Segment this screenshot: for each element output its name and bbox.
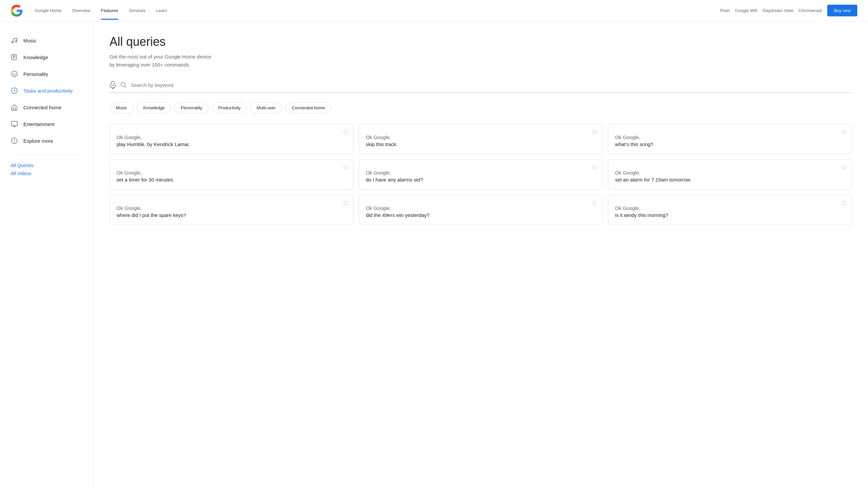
query-card[interactable]: Ok Google,skip this track. bbox=[359, 124, 603, 154]
sidebar-label-tasks: Tasks and productivity bbox=[23, 88, 73, 94]
page-subtitle: Get the most out of your Google Home dev… bbox=[110, 53, 852, 69]
buy-now-button[interactable]: Buy now bbox=[827, 5, 857, 17]
star-icon[interactable] bbox=[841, 200, 847, 207]
card-line1: Ok Google, bbox=[615, 170, 845, 175]
music-icon bbox=[11, 37, 18, 44]
star-icon[interactable] bbox=[841, 129, 847, 136]
logo[interactable] bbox=[11, 5, 23, 17]
card-line1: Ok Google, bbox=[366, 170, 596, 175]
sidebar: Music Knowledge Personality bbox=[0, 21, 93, 488]
sidebar-item-personality[interactable]: Personality bbox=[8, 65, 85, 82]
svg-point-0 bbox=[12, 71, 18, 77]
star-icon[interactable] bbox=[343, 200, 348, 207]
sidebar-label-entertainment: Entertainment bbox=[23, 121, 54, 127]
card-line2: where did I put the spare keys? bbox=[117, 212, 346, 218]
sidebar-label-explore: Explore more bbox=[23, 138, 53, 144]
svg-rect-6 bbox=[112, 81, 114, 86]
svg-point-2 bbox=[15, 73, 16, 74]
nav-right-googlewifi[interactable]: Google Wifi bbox=[735, 8, 757, 13]
sidebar-item-music[interactable]: Music bbox=[8, 32, 85, 49]
card-line1: Ok Google, bbox=[615, 205, 845, 211]
card-line2: is it windy this morning? bbox=[615, 212, 845, 218]
card-line1: Ok Google, bbox=[615, 134, 845, 140]
chip-connected-home[interactable]: Connected home bbox=[285, 102, 331, 113]
card-line2: did the 49ers win yesterday? bbox=[366, 212, 596, 218]
sidebar-item-entertainment[interactable]: Entertainment bbox=[8, 116, 85, 132]
chip-multi-user[interactable]: Multi-user bbox=[250, 102, 282, 113]
star-icon[interactable] bbox=[592, 200, 597, 207]
card-line1: Ok Google, bbox=[117, 170, 346, 175]
book-icon bbox=[11, 54, 18, 61]
search-icon bbox=[120, 82, 127, 88]
query-card[interactable]: Ok Google,do I have any alarms set? bbox=[359, 160, 603, 190]
card-line2: what's this song? bbox=[615, 141, 845, 147]
query-card[interactable]: Ok Google,where did I put the spare keys… bbox=[110, 195, 353, 225]
card-line1: Ok Google, bbox=[366, 205, 596, 211]
sidebar-bottom-links: All Queries All Videos bbox=[8, 160, 85, 179]
search-input[interactable] bbox=[131, 82, 852, 88]
nav-links: Google Home Overview Features Services L… bbox=[31, 1, 720, 20]
star-icon[interactable] bbox=[343, 129, 348, 136]
chip-knowledge[interactable]: Knowledge bbox=[137, 102, 171, 113]
sidebar-label-music: Music bbox=[23, 38, 36, 44]
query-card[interactable]: Ok Google,play Humble. by Kendrick Lamar… bbox=[110, 124, 353, 154]
query-card[interactable]: Ok Google,set a timer for 30 minutes. bbox=[110, 160, 353, 190]
smile-icon bbox=[11, 70, 18, 78]
main-content: All queries Get the most out of your Goo… bbox=[93, 21, 868, 488]
sidebar-label-personality: Personality bbox=[23, 71, 48, 77]
chip-music[interactable]: Music bbox=[110, 102, 133, 113]
all-queries-link[interactable]: All Queries bbox=[11, 163, 83, 168]
nav-link-google-home[interactable]: Google Home bbox=[31, 1, 65, 20]
nav-link-features[interactable]: Features bbox=[97, 1, 122, 20]
star-icon[interactable] bbox=[592, 165, 597, 171]
nav-link-services[interactable]: Services bbox=[125, 1, 150, 20]
query-card[interactable]: Ok Google,what's this song? bbox=[608, 124, 852, 154]
star-icon[interactable] bbox=[343, 165, 348, 171]
clock-icon bbox=[11, 87, 18, 94]
card-line1: Ok Google, bbox=[117, 134, 346, 140]
nav-link-overview[interactable]: Overview bbox=[68, 1, 94, 20]
cards-grid: Ok Google,play Humble. by Kendrick Lamar… bbox=[110, 124, 852, 225]
all-videos-link[interactable]: All Videos bbox=[11, 171, 83, 176]
card-line2: set an alarm for 7.15am tomorrow. bbox=[615, 177, 845, 182]
sidebar-item-tasks-productivity[interactable]: Tasks and productivity bbox=[8, 82, 85, 99]
sidebar-label-knowledge: Knowledge bbox=[23, 55, 48, 60]
home-icon bbox=[11, 104, 18, 111]
sidebar-item-connected-home[interactable]: Connected home bbox=[8, 99, 85, 116]
card-line2: skip this track. bbox=[366, 141, 596, 147]
nav-right-chromecast[interactable]: Chromecast bbox=[799, 8, 822, 13]
query-card[interactable]: Ok Google,set an alarm for 7.15am tomorr… bbox=[608, 160, 852, 190]
sidebar-item-knowledge[interactable]: Knowledge bbox=[8, 49, 85, 65]
search-bar bbox=[110, 81, 852, 93]
card-line1: Ok Google, bbox=[117, 205, 346, 211]
star-icon[interactable] bbox=[841, 165, 847, 171]
nav-right-pixel[interactable]: Pixel bbox=[720, 8, 730, 13]
card-line2: do I have any alarms set? bbox=[366, 177, 596, 182]
card-line1: Ok Google, bbox=[366, 134, 596, 140]
query-card[interactable]: Ok Google,did the 49ers win yesterday? bbox=[359, 195, 603, 225]
star-icon[interactable] bbox=[592, 129, 597, 136]
tv-icon bbox=[11, 120, 18, 128]
nav-right-daydream[interactable]: Daydream View bbox=[763, 8, 794, 13]
navbar: Google Home Overview Features Services L… bbox=[0, 0, 868, 21]
subtitle-line1: Get the most out of your Google Home dev… bbox=[110, 54, 211, 59]
sidebar-item-explore-more[interactable]: Explore more bbox=[8, 132, 85, 149]
query-card[interactable]: Ok Google,is it windy this morning? bbox=[608, 195, 852, 225]
card-line2: set a timer for 30 minutes. bbox=[117, 177, 346, 182]
card-line2: play Humble. by Kendrick Lamar. bbox=[117, 141, 346, 147]
filter-chips: Music Knowledge Personality Productivity… bbox=[110, 102, 852, 113]
chip-personality[interactable]: Personality bbox=[174, 102, 208, 113]
svg-point-1 bbox=[13, 73, 14, 74]
svg-rect-4 bbox=[11, 121, 18, 126]
page-title: All queries bbox=[110, 35, 852, 49]
page-layout: Music Knowledge Personality bbox=[0, 21, 868, 488]
sidebar-label-connected-home: Connected home bbox=[23, 105, 61, 110]
nav-right: Pixel Google Wifi Daydream View Chromeca… bbox=[720, 5, 857, 17]
nav-link-learn[interactable]: Learn bbox=[152, 1, 171, 20]
mic-icon[interactable] bbox=[110, 81, 116, 89]
explore-icon bbox=[11, 137, 18, 144]
sidebar-divider bbox=[11, 154, 83, 155]
subtitle-line2: by leveraging over 100+ commands. bbox=[110, 62, 190, 67]
chip-productivity[interactable]: Productivity bbox=[212, 102, 247, 113]
